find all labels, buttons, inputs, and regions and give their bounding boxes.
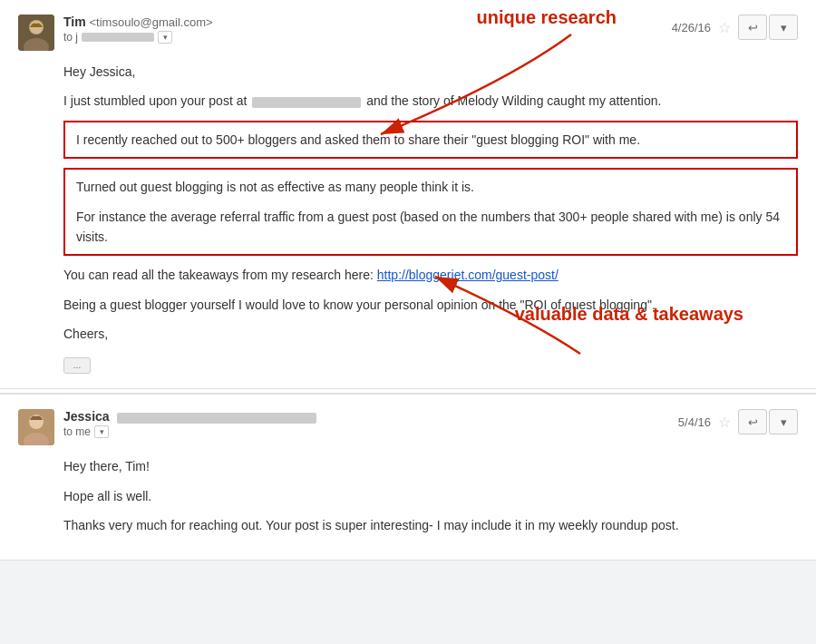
email-header-jessica: Jessica to me ▾ 5/4/16 ☆ ↩ ▾ [18, 409, 798, 445]
more-btn-jessica[interactable]: ▾ [769, 409, 798, 434]
show-more-btn-tim[interactable]: ... [63, 357, 91, 374]
reply-btn-jessica[interactable]: ↩ [738, 409, 767, 434]
highlight-box-1-tim: I recently reached out to 500+ bloggers … [63, 121, 798, 159]
signoff-tim: Cheers, [63, 324, 798, 344]
annotation-valuable-data: valuable data & takeaways [515, 304, 743, 325]
para1-tim: I just stumbled upon your post at and th… [63, 91, 798, 111]
highlight-box-2-tim: Turned out guest blogging is not as effe… [63, 168, 798, 256]
more-btn-tim[interactable]: ▾ [769, 15, 798, 40]
recipient-dropdown-tim[interactable]: ▾ [158, 31, 172, 44]
avatar-jessica [18, 409, 54, 445]
greeting-jessica: Hey there, Tim! [63, 456, 798, 476]
email-date-jessica: 5/4/16 [678, 415, 711, 429]
research-para-tim: You can read all the takeaways from my r… [63, 265, 798, 285]
email-item-jessica: Jessica to me ▾ 5/4/16 ☆ ↩ ▾ Hey there, … [0, 393, 816, 560]
email-item-tim: unique research [0, 0, 816, 389]
blurred-site-tim [252, 97, 361, 108]
para2-jessica: Thanks very much for reaching out. Your … [63, 515, 798, 535]
star-icon-tim[interactable]: ☆ [718, 19, 731, 36]
email-meta-jessica: 5/4/16 ☆ ↩ ▾ [678, 409, 798, 434]
jessica-email-blurred [117, 413, 316, 424]
email-header-tim: Tim <timsoulo@gmail.com> to j ▾ 4/26/16 … [18, 15, 798, 51]
highlight1-tim: I recently reached out to 500+ bloggers … [76, 130, 785, 150]
recipient-line-jessica: to me ▾ [63, 425, 678, 438]
recipient-blurred-tim [82, 33, 154, 42]
para1-jessica: Hope all is well. [63, 486, 798, 506]
sender-info-jessica: Jessica to me ▾ [63, 409, 678, 438]
avatar-tim [18, 15, 54, 51]
sender-info-tim: Tim <timsoulo@gmail.com> to j ▾ [63, 15, 672, 44]
greeting-tim: Hey Jessica, [63, 62, 798, 82]
email-meta-tim: 4/26/16 ☆ ↩ ▾ [672, 15, 798, 40]
action-btns-tim: ↩ ▾ [738, 15, 798, 40]
star-icon-jessica[interactable]: ☆ [718, 414, 731, 431]
recipient-line-tim: to j ▾ [63, 31, 672, 44]
highlight2-p2-tim: For instance the average referral traffi… [76, 207, 785, 248]
recipient-dropdown-jessica[interactable]: ▾ [94, 425, 109, 438]
sender-name-tim: Tim <timsoulo@gmail.com> [63, 15, 672, 29]
sender-name-jessica: Jessica [63, 409, 678, 424]
action-btns-jessica: ↩ ▾ [738, 409, 798, 434]
email-date-tim: 4/26/16 [672, 21, 711, 34]
research-link-tim[interactable]: http://bloggerjet.com/guest-post/ [377, 268, 559, 282]
highlight2-p1-tim: Turned out guest blogging is not as effe… [76, 177, 785, 197]
email-thread: unique research [0, 0, 816, 561]
reply-btn-tim[interactable]: ↩ [738, 15, 767, 40]
email-body-tim: Hey Jessica, I just stumbled upon your p… [18, 62, 798, 374]
email-body-jessica: Hey there, Tim! Hope all is well. Thanks… [18, 456, 798, 535]
